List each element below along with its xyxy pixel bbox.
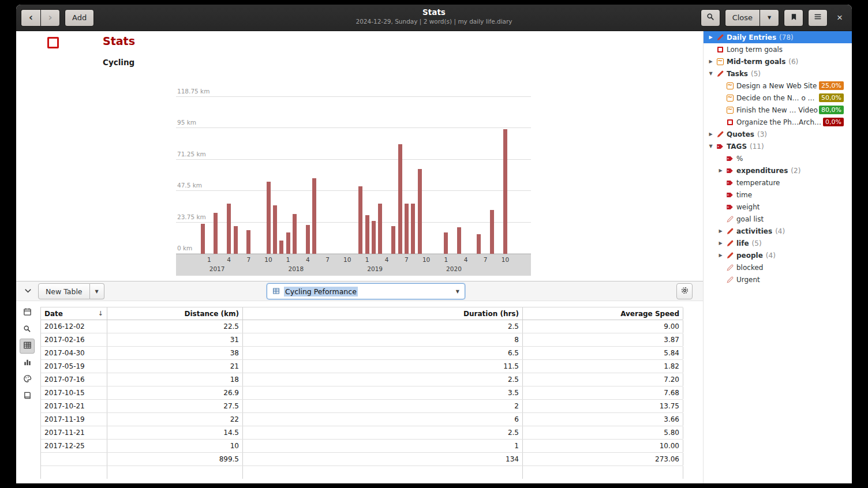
cell-0[interactable]: 2016-12-02 <box>41 320 107 333</box>
panel-tool-search-button[interactable] <box>20 322 35 337</box>
sidebar-item-tasks[interactable]: ▼Tasks(5) <box>704 67 852 80</box>
expander-icon[interactable]: ▶ <box>706 132 715 137</box>
cell-0[interactable]: 2017-11-19 <box>41 413 107 426</box>
sidebar-item-%[interactable]: % <box>704 152 852 164</box>
cell-0[interactable]: 2017-02-16 <box>41 333 107 346</box>
cell-3[interactable]: 3.87 <box>523 333 683 346</box>
column-header-3[interactable]: Average Speed <box>523 307 683 320</box>
sidebar-item-expenditures[interactable]: ▶expenditures(2) <box>704 164 852 177</box>
cell-0[interactable]: 2017-12-25 <box>41 440 107 452</box>
sidebar-item-tags[interactable]: ▼TAGS(11) <box>704 140 852 152</box>
cell-3[interactable]: 7.20 <box>523 373 683 386</box>
new-table-dropdown-button[interactable]: ▼ <box>90 283 104 299</box>
cell-3[interactable]: 1.82 <box>523 360 683 373</box>
panel-tool-table-button[interactable] <box>20 339 35 354</box>
sidebar-item-urgent[interactable]: Urgent <box>704 273 852 286</box>
cell-2[interactable]: 8 <box>243 333 523 346</box>
chevron-down-icon: ▼ <box>95 289 99 294</box>
expander-icon[interactable]: ▶ <box>716 241 725 246</box>
column-header-1[interactable]: Distance (km) <box>107 307 243 320</box>
cell-1[interactable]: 27.5 <box>107 400 243 412</box>
expander-icon[interactable]: ▶ <box>716 168 725 173</box>
cell-2[interactable]: 6 <box>243 413 523 426</box>
add-button[interactable]: Add <box>65 9 94 27</box>
expander-icon[interactable]: ▶ <box>706 59 715 64</box>
expander-icon[interactable]: ▶ <box>716 253 725 258</box>
cell-1[interactable]: 26.9 <box>107 386 243 399</box>
sidebar-item-blocked[interactable]: blocked <box>704 261 852 273</box>
sidebar-item-people[interactable]: ▶people(4) <box>704 249 852 261</box>
cell-0[interactable]: 2017-10-21 <box>41 400 107 412</box>
cell-2[interactable]: 2 <box>243 400 523 412</box>
chart-bar-2016-12 <box>201 224 205 254</box>
cell-0[interactable]: 2017-04-30 <box>41 347 107 359</box>
sidebar-item-life[interactable]: ▶life(5) <box>704 237 852 249</box>
sidebar-item-finish-the-new-video[interactable]: ~Finish the New … Video80,0% <box>704 104 852 116</box>
sidebar-item-temperature[interactable]: temperature <box>704 177 852 189</box>
progress-badge: 80,0% <box>819 106 844 114</box>
cell-3[interactable]: 5.84 <box>523 347 683 359</box>
expander-icon[interactable]: ▶ <box>716 228 725 234</box>
headerbar-left: ‹ › Add <box>21 9 94 27</box>
expander-icon[interactable]: ▶ <box>706 35 715 40</box>
cell-1[interactable]: 22 <box>107 413 243 426</box>
window-close-button[interactable]: × <box>832 9 847 27</box>
cell-3[interactable]: 13.75 <box>523 400 683 412</box>
sidebar-item-mid-term-goals[interactable]: ▶~Mid-term goals(6) <box>704 55 852 67</box>
sidebar-item-design-a-new-web-site[interactable]: ~Design a New Web Site25,0% <box>704 80 852 92</box>
new-table-button[interactable]: New Table <box>38 283 90 299</box>
expander-icon[interactable]: ▼ <box>706 144 715 149</box>
expander-icon[interactable]: ▼ <box>706 71 715 76</box>
menu-button[interactable] <box>808 9 828 27</box>
cell-1[interactable]: 14.5 <box>107 426 243 439</box>
cell-0[interactable]: 2017-10-15 <box>41 386 107 399</box>
cell-1[interactable]: 22.5 <box>107 320 243 333</box>
collapse-panel-button[interactable] <box>20 284 36 299</box>
sidebar-item-quotes[interactable]: ▶Quotes(3) <box>704 128 852 140</box>
cell-2[interactable]: 2.5 <box>243 320 523 333</box>
cell-0[interactable]: 2017-07-16 <box>41 373 107 386</box>
back-button[interactable]: ‹ <box>21 9 40 27</box>
sidebar-item-activities[interactable]: ▶activities(4) <box>704 225 852 237</box>
cell-2[interactable]: 3.5 <box>243 386 523 399</box>
forward-button[interactable]: › <box>40 9 60 27</box>
sidebar-item-organize-the-ph-archive[interactable]: Organize the Ph…Archive0,0% <box>704 116 852 128</box>
panel-tool-palette-button[interactable] <box>20 372 35 387</box>
cell-2[interactable]: 1 <box>243 440 523 452</box>
sidebar-item-weight[interactable]: weight <box>704 201 852 213</box>
panel-tool-calendar-button[interactable] <box>20 305 35 320</box>
cell-2[interactable]: 2.5 <box>243 426 523 439</box>
sidebar-item-decide-on-the-n-o-buy[interactable]: ~Decide on the N… o Buy50,0% <box>704 92 852 104</box>
table-selector-combobox[interactable]: Cycling Peformance ▼ <box>267 283 465 299</box>
cell-3[interactable]: 3.66 <box>523 413 683 426</box>
cell-0[interactable]: 2017-11-21 <box>41 426 107 439</box>
cell-2[interactable]: 6.5 <box>243 347 523 359</box>
cell-1[interactable]: 31 <box>107 333 243 346</box>
close-dropdown-button[interactable]: ▼ <box>760 9 779 27</box>
cell-3[interactable]: 7.68 <box>523 386 683 399</box>
cell-2[interactable]: 2.5 <box>243 373 523 386</box>
cell-0[interactable]: 2017-05-19 <box>41 360 107 373</box>
cell-1[interactable]: 21 <box>107 360 243 373</box>
sidebar-item-long-term-goals[interactable]: Long term goals <box>704 43 852 55</box>
column-header-2[interactable]: Duration (hrs) <box>243 307 523 320</box>
search-button[interactable] <box>701 9 720 27</box>
panel-tool-chart-button[interactable] <box>20 355 35 370</box>
cell-3[interactable]: 5.80 <box>523 426 683 439</box>
sidebar-item-goal-list[interactable]: goal list <box>704 213 852 225</box>
settings-button[interactable] <box>676 283 693 299</box>
cell-1[interactable]: 38 <box>107 347 243 359</box>
cell-1[interactable]: 18 <box>107 373 243 386</box>
column-header-0[interactable]: Date↓ <box>41 307 107 320</box>
close-entry-button[interactable]: Close <box>725 9 760 27</box>
sidebar-item-daily-entries[interactable]: ▶Daily Entries(78) <box>704 31 852 43</box>
sidebar-item-time[interactable]: time <box>704 189 852 201</box>
cell-1[interactable]: 10 <box>107 440 243 452</box>
cell-3[interactable]: 9.00 <box>523 320 683 333</box>
sidebar: ▶Daily Entries(78)Long term goals▶~Mid-t… <box>703 31 852 483</box>
panel-tool-book-button[interactable] <box>20 389 35 404</box>
bookmark-button[interactable] <box>784 9 803 27</box>
sidebar-item-label: Mid-term goals <box>727 58 785 66</box>
cell-2[interactable]: 11.5 <box>243 360 523 373</box>
cell-3[interactable]: 10.00 <box>523 440 683 452</box>
